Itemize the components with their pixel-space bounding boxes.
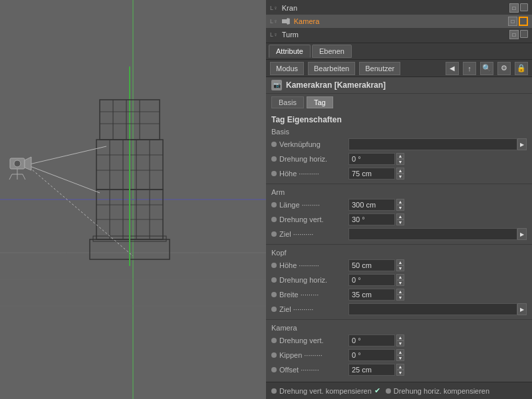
hohe-kopf-input[interactable] (348, 259, 395, 271)
spin-up-lange[interactable]: ▲ (396, 199, 404, 205)
lock-icon[interactable]: 🔒 (515, 62, 528, 75)
sub-tab-tag[interactable]: Tag (307, 96, 333, 108)
divider3 (266, 319, 532, 320)
spin-down-dvk[interactable]: ▼ (396, 340, 404, 346)
kran-name: Kran (282, 4, 507, 12)
prop-dot-drehung-horiz-basis (271, 156, 277, 162)
hohe-basis-input[interactable] (348, 168, 395, 180)
object-item-turm[interactable]: L♀ Turm □ (266, 28, 532, 41)
spin-up-hohe[interactable]: ▲ (396, 168, 404, 174)
group-kamera: Kamera (266, 323, 532, 333)
prop-hohe-basis: Höhe ·········· ▲ ▼ (266, 166, 532, 181)
spin-up-dvk[interactable]: ▲ (396, 334, 404, 340)
viewport-3d[interactable] (0, 0, 266, 399)
spin-up-dhk[interactable]: ▲ (396, 274, 404, 280)
drehung-vert-arm-spinner: ▲ ▼ (396, 213, 404, 225)
hohe-kopf-spinner: ▲ ▼ (396, 259, 404, 271)
ziel-arm-input[interactable]: ▶ (348, 228, 527, 240)
arrow-left-icon[interactable]: ◀ (446, 62, 459, 75)
drehung-horiz-basis-input[interactable] (348, 153, 395, 165)
drehung-horiz-basis-spinner: ▲ ▼ (396, 153, 404, 165)
main-container: L♀ Kran □ L♀ Kamera □ L♀ Turm (0, 0, 532, 399)
spin-down-lange[interactable]: ▼ (396, 205, 404, 211)
prop-kippen: Kippen ········· ▲ ▼ (266, 348, 532, 362)
object-list: L♀ Kran □ L♀ Kamera □ L♀ Turm (266, 0, 532, 43)
spin-down[interactable]: ▼ (396, 159, 404, 165)
verknupfung-arrow[interactable]: ▶ (517, 138, 527, 150)
prop-dot-hohe-kopf (271, 263, 277, 268)
label-drehung-vert-arm: Drehung vert. (279, 215, 346, 223)
prop-lange: Länge ········· ▲ ▼ (266, 198, 532, 212)
kippen-spinner: ▲ ▼ (396, 349, 404, 361)
toolbar: Modus Bearbeiten Benutzer ◀ ↑ 🔍 ⚙ 🔒 (266, 60, 532, 77)
sub-tab-basis[interactable]: Basis (271, 96, 304, 108)
offset-input[interactable] (348, 364, 395, 376)
spin-down-dva[interactable]: ▼ (396, 219, 404, 225)
spin-up-off[interactable]: ▲ (396, 364, 404, 370)
breite-kopf-input[interactable] (348, 289, 395, 301)
ziel-kopf-input[interactable]: ▶ (348, 303, 527, 315)
prop-dot-ziel-arm (271, 231, 277, 237)
kamera-visibility: □ (508, 17, 528, 26)
spin-up-kip[interactable]: ▲ (396, 349, 404, 355)
arrow-tool-icon[interactable]: ↑ (463, 62, 476, 75)
kran-vis-btn1[interactable]: □ (509, 3, 519, 13)
turm-layer-dot (520, 30, 528, 38)
label-drehung-vert-komp: Drehung vert. kompensieren (279, 387, 372, 395)
spin-up-bk[interactable]: ▲ (396, 289, 404, 295)
layer-icon-turm: L♀ (270, 31, 278, 38)
object-item-kamera[interactable]: L♀ Kamera □ (266, 15, 532, 28)
drehung-vert-kamera-wrap: ▲ ▼ (348, 334, 404, 346)
spin-down-bk[interactable]: ▼ (396, 295, 404, 301)
search-icon[interactable]: 🔍 (480, 62, 493, 75)
prop-dot-ziel-kopf (271, 307, 277, 312)
viewport-scene (0, 0, 266, 399)
drehung-vert-kamera-spinner: ▲ ▼ (396, 334, 404, 346)
tab-attribute[interactable]: Attribute (269, 45, 311, 58)
prop-verknupfung: Verknüpfung ▶ (266, 137, 532, 152)
sub-tabs: Basis Tag (266, 94, 532, 111)
main-tabs: Attribute Ebenen (266, 43, 532, 60)
spin-up[interactable]: ▲ (396, 153, 404, 159)
turm-vis-btn1[interactable]: □ (509, 30, 519, 39)
drehung-vert-arm-input[interactable] (348, 213, 395, 225)
modus-button[interactable]: Modus (270, 62, 304, 75)
benutzer-button[interactable]: Benutzer (359, 62, 400, 75)
bearbeiten-button[interactable]: Bearbeiten (308, 62, 355, 75)
kamera-vis-btn1[interactable]: □ (508, 17, 517, 26)
label-drehung-horiz-komp: Drehung horiz. kompensieren (394, 387, 489, 395)
spin-down-hk[interactable]: ▼ (396, 265, 404, 271)
ziel-kopf-field (348, 303, 517, 315)
tab-ebenen[interactable]: Ebenen (312, 45, 352, 58)
ziel-arm-field (348, 228, 517, 240)
label-offset: Offset ········· (279, 366, 346, 374)
label-drehung-horiz-kopf: Drehung horiz. (279, 276, 346, 284)
cam-icon-small: 📷 (273, 82, 281, 88)
settings-icon[interactable]: ⚙ (497, 62, 511, 75)
spin-down-off[interactable]: ▼ (396, 370, 404, 376)
svg-line-38 (9, 174, 12, 180)
spin-up-dva[interactable]: ▲ (396, 213, 404, 219)
checkbox-drehung-vert[interactable]: Drehung vert. kompensieren ✔ (271, 386, 380, 395)
spin-down-dhk[interactable]: ▼ (396, 280, 404, 286)
prop-dot-drehung-vert-arm (271, 217, 277, 222)
drehung-horiz-kopf-input[interactable] (348, 274, 395, 286)
drehung-vert-kamera-input[interactable] (348, 334, 395, 346)
spin-down-hohe[interactable]: ▼ (396, 174, 404, 180)
lange-input[interactable] (348, 199, 395, 211)
svg-line-39 (23, 174, 25, 180)
prop-ziel-arm: Ziel ·········· ▶ (266, 227, 532, 241)
spin-up-hk[interactable]: ▲ (396, 259, 404, 265)
object-item-kran[interactable]: L♀ Kran □ (266, 1, 532, 15)
kippen-input[interactable] (348, 349, 395, 361)
breite-kopf-spinner: ▲ ▼ (396, 289, 404, 301)
prop-drehung-vert-arm: Drehung vert. ▲ ▼ (266, 212, 532, 227)
prop-dot-hohe-basis (271, 171, 277, 176)
verknupfung-input[interactable]: ▶ (348, 138, 527, 150)
spin-down-kip[interactable]: ▼ (396, 355, 404, 361)
ziel-arm-arrow[interactable]: ▶ (517, 228, 527, 240)
offset-spinner: ▲ ▼ (396, 364, 404, 376)
prop-drehung-vert-kamera: Drehung vert. ▲ ▼ (266, 333, 532, 348)
checkbox-drehung-horiz[interactable]: Drehung horiz. kompensieren (386, 387, 489, 395)
ziel-kopf-arrow[interactable]: ▶ (517, 303, 527, 315)
